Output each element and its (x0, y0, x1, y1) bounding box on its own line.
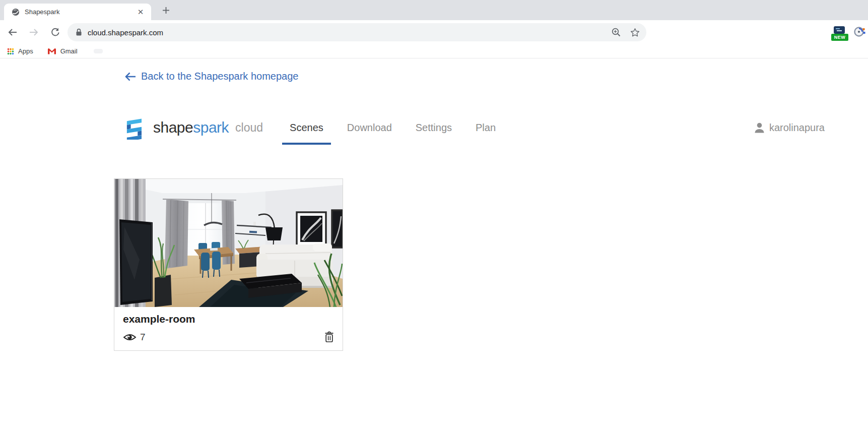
bookmark-star-icon[interactable] (630, 27, 640, 38)
scene-card-info: example-room 7 (114, 307, 343, 350)
tab-close-icon[interactable]: ✕ (136, 8, 145, 17)
bookmark-apps[interactable]: Apps (7, 47, 33, 55)
user-menu[interactable]: karolinapura (754, 122, 825, 134)
lock-icon[interactable] (76, 28, 82, 36)
reload-icon[interactable] (46, 24, 63, 41)
extension-clock-icon[interactable] (853, 26, 865, 38)
back-link-label: Back to the Shapespark homepage (141, 71, 298, 82)
logo-wordmark: shapespark (153, 119, 229, 136)
gmail-icon (47, 48, 56, 54)
extension-icon[interactable] (834, 26, 845, 34)
new-tab-icon[interactable] (161, 6, 171, 15)
main-nav: Scenes Download Settings Plan (282, 110, 512, 145)
username: karolinapura (769, 122, 825, 134)
browser-tab-strip: Shapespark ✕ (0, 0, 868, 20)
shapespark-logo-icon (123, 115, 148, 140)
tab-title: Shapespark (25, 8, 136, 16)
tab-scenes-label: Scenes (290, 122, 323, 134)
logo-part-shape: shape (153, 119, 193, 136)
person-icon (754, 122, 765, 134)
url-text[interactable]: cloud.shapespark.com (88, 28, 603, 37)
bookmarks-bar: Apps Gmail (0, 44, 868, 58)
active-tab-indicator (282, 143, 331, 145)
faded-bookmark[interactable] (94, 49, 103, 53)
tab-scenes[interactable]: Scenes (282, 110, 331, 145)
browser-tab[interactable]: Shapespark ✕ (4, 4, 151, 20)
bookmark-gmail-label: Gmail (60, 47, 78, 55)
forward-icon[interactable] (25, 24, 42, 41)
extension-new-badge: NEW (831, 34, 848, 41)
views-count: 7 (140, 332, 146, 343)
tab-download-label: Download (347, 122, 392, 134)
back-arrow-icon (124, 72, 137, 81)
zoom-page-icon[interactable] (611, 27, 622, 38)
site-header: shapespark cloud Scenes Download Setting… (123, 110, 825, 145)
globe-favicon-icon (12, 8, 20, 16)
tab-download[interactable]: Download (340, 110, 399, 145)
trash-icon (324, 331, 334, 343)
delete-scene-button[interactable] (324, 331, 334, 343)
tab-settings[interactable]: Settings (408, 110, 459, 145)
tab-settings-label: Settings (416, 122, 452, 134)
screen: Shapespark ✕ cloud.shapespark.com (0, 0, 868, 428)
eye-icon (123, 333, 137, 342)
scene-thumbnail[interactable] (114, 179, 343, 307)
scene-card[interactable]: example-room 7 (114, 178, 343, 351)
logo-part-spark: spark (193, 119, 229, 136)
shapespark-logo[interactable]: shapespark cloud (123, 115, 263, 140)
back-icon[interactable] (4, 24, 21, 41)
logo-cloud-suffix: cloud (235, 121, 263, 135)
bookmark-gmail[interactable]: Gmail (47, 47, 78, 55)
tab-plan-label: Plan (476, 122, 496, 134)
bookmark-apps-label: Apps (18, 47, 33, 55)
address-bar[interactable]: cloud.shapespark.com (68, 23, 646, 41)
apps-grid-icon (7, 48, 14, 55)
browser-toolbar: cloud.shapespark.com (0, 20, 868, 44)
scene-stats: 7 (123, 331, 334, 343)
back-to-homepage-link[interactable]: Back to the Shapespark homepage (124, 71, 298, 82)
scene-title: example-room (123, 313, 334, 325)
tab-plan[interactable]: Plan (468, 110, 503, 145)
